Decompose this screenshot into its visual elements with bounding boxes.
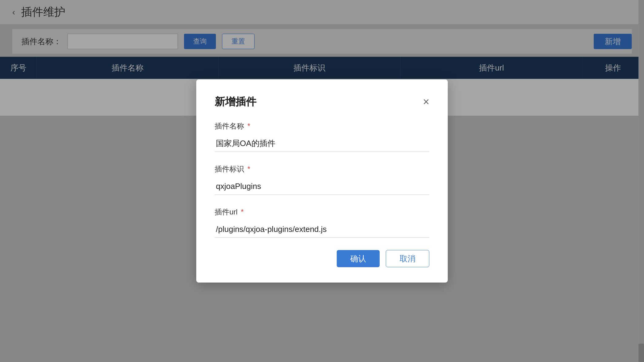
input-plugin-name[interactable] [215,135,429,152]
input-plugin-id[interactable] [215,178,429,195]
dialog-title: 新增插件 [215,95,256,109]
label-plugin-name: 插件名称 * [215,121,429,131]
dialog-footer: 确认 取消 [215,250,429,267]
confirm-button[interactable]: 确认 [337,250,380,267]
dialog-header: 新增插件 × [215,95,429,109]
field-plugin-url: 插件url * [215,207,429,238]
label-plugin-url: 插件url * [215,207,429,217]
cancel-button[interactable]: 取消 [386,250,429,267]
dialog-close-button[interactable]: × [423,96,429,107]
field-plugin-name: 插件名称 * [215,121,429,152]
input-plugin-url[interactable] [215,221,429,238]
add-plugin-dialog: 新增插件 × 插件名称 * 插件标识 * 插件url * 确认 [196,79,448,283]
label-plugin-id: 插件标识 * [215,164,429,174]
modal-overlay: 新增插件 × 插件名称 * 插件标识 * 插件url * 确认 [0,0,644,362]
field-plugin-id: 插件标识 * [215,164,429,195]
